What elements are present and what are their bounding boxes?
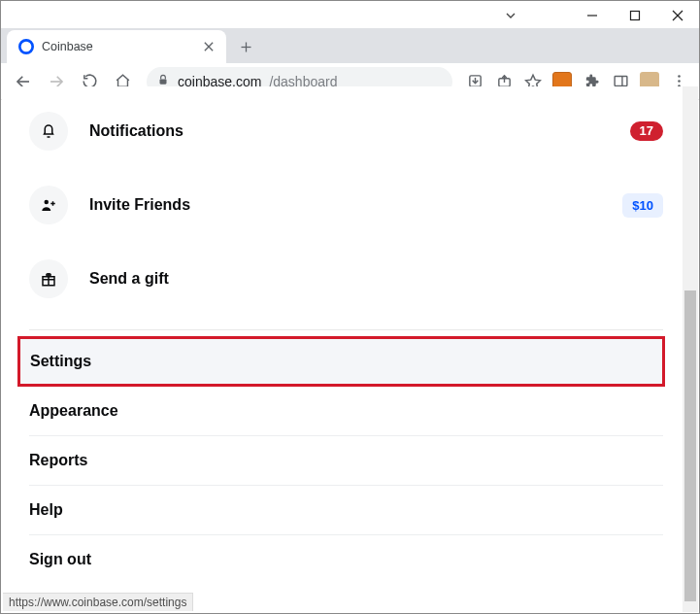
scrollbar-track[interactable]: [683, 86, 698, 612]
tab-title: Coinbase: [42, 40, 193, 53]
svg-point-19: [678, 75, 681, 78]
tab-strip: Coinbase: [1, 28, 699, 63]
svg-point-4: [19, 40, 32, 52]
browser-tab[interactable]: Coinbase: [7, 30, 226, 63]
new-tab-button[interactable]: [232, 33, 259, 60]
menu-reports[interactable]: Reports: [29, 436, 663, 486]
coinbase-favicon: [18, 39, 34, 54]
close-tab-icon[interactable]: [201, 39, 217, 54]
menu-signout[interactable]: Sign out: [29, 535, 663, 584]
invite-reward-badge: $10: [622, 193, 663, 218]
invite-label: Invite Friends: [89, 196, 622, 214]
maximize-button[interactable]: [614, 2, 656, 29]
gift-label: Send a gift: [89, 270, 663, 288]
status-bar: https://www.coinbase.com/settings: [3, 593, 193, 611]
svg-rect-1: [631, 12, 640, 20]
scrollbar-thumb[interactable]: [684, 290, 696, 601]
minimize-button[interactable]: [571, 2, 614, 29]
menu-settings[interactable]: Settings: [17, 336, 665, 387]
notification-count-badge: 17: [630, 121, 663, 141]
invite-icon: [29, 186, 68, 224]
svg-point-23: [45, 200, 50, 205]
svg-rect-17: [615, 77, 627, 86]
invite-friends-row[interactable]: Invite Friends $10: [29, 168, 663, 242]
menu-help[interactable]: Help: [29, 486, 663, 535]
menu-appearance[interactable]: Appearance: [29, 387, 663, 436]
svg-rect-11: [160, 79, 167, 84]
close-window-button[interactable]: [656, 2, 699, 29]
section-divider: [29, 329, 663, 330]
notifications-label: Notifications: [89, 122, 630, 140]
notifications-row[interactable]: Notifications 17: [29, 94, 663, 168]
tab-search-icon[interactable]: [489, 2, 532, 29]
svg-point-20: [678, 80, 681, 83]
settings-menu: Settings Appearance Reports Help Sign ou…: [29, 336, 663, 584]
gift-icon: [29, 259, 68, 298]
send-gift-row[interactable]: Send a gift: [29, 242, 663, 316]
page-viewport: Notifications 17 Invite Friends $10 Send…: [2, 86, 698, 612]
bell-icon: [29, 112, 68, 151]
